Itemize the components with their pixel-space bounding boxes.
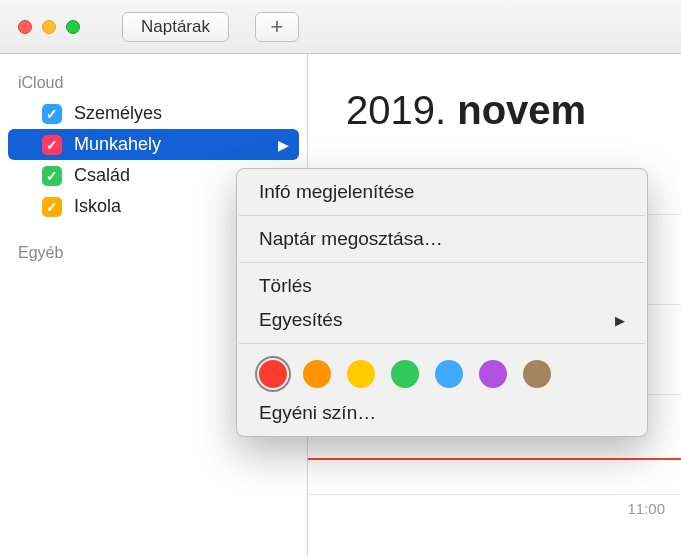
- checkbox-icon[interactable]: ✓: [42, 104, 62, 124]
- menu-item-delete[interactable]: Törlés: [237, 269, 647, 303]
- color-swatch-red[interactable]: [259, 360, 287, 388]
- calendar-label: Család: [74, 165, 130, 186]
- checkbox-icon[interactable]: ✓: [42, 166, 62, 186]
- separator: [239, 343, 645, 344]
- add-button[interactable]: +: [255, 12, 299, 42]
- zoom-window-icon[interactable]: [66, 20, 80, 34]
- chevron-right-icon: ▶: [278, 137, 289, 153]
- color-swatch-blue[interactable]: [435, 360, 463, 388]
- calendar-label: Munkahely: [74, 134, 161, 155]
- color-swatch-purple[interactable]: [479, 360, 507, 388]
- separator: [239, 215, 645, 216]
- calendar-label: Iskola: [74, 196, 121, 217]
- checkbox-icon[interactable]: ✓: [42, 135, 62, 155]
- date-month: novem: [457, 88, 586, 132]
- menu-item-label: Egyesítés: [259, 309, 342, 331]
- context-menu: Infó megjelenítése Naptár megosztása… Tö…: [236, 168, 648, 437]
- calendar-label: Személyes: [74, 103, 162, 124]
- color-swatch-brown[interactable]: [523, 360, 551, 388]
- sidebar-item-work[interactable]: ✓ Munkahely ▶: [8, 129, 299, 160]
- close-window-icon[interactable]: [18, 20, 32, 34]
- minimize-window-icon[interactable]: [42, 20, 56, 34]
- date-year: 2019.: [346, 88, 457, 132]
- color-swatch-green[interactable]: [391, 360, 419, 388]
- separator: [239, 262, 645, 263]
- color-swatch-orange[interactable]: [303, 360, 331, 388]
- plus-icon: +: [271, 14, 284, 40]
- sidebar-section-icloud: iCloud: [0, 66, 307, 98]
- titlebar: Naptárak +: [0, 0, 681, 54]
- calendars-button[interactable]: Naptárak: [122, 12, 229, 42]
- checkbox-icon[interactable]: ✓: [42, 197, 62, 217]
- chevron-right-icon: ▶: [615, 313, 625, 328]
- menu-item-show-info[interactable]: Infó megjelenítése: [237, 175, 647, 209]
- color-swatches: [237, 350, 647, 396]
- color-swatch-yellow[interactable]: [347, 360, 375, 388]
- menu-item-merge[interactable]: Egyesítés ▶: [237, 303, 647, 337]
- menu-item-custom-color[interactable]: Egyéni szín…: [237, 396, 647, 430]
- time-label: 11:00: [627, 500, 665, 517]
- current-time-indicator: [308, 458, 681, 460]
- sidebar-item-personal[interactable]: ✓ Személyes: [0, 98, 307, 129]
- window-controls: [18, 20, 80, 34]
- date-title: 2019. novem: [346, 88, 681, 133]
- menu-item-share-calendar[interactable]: Naptár megosztása…: [237, 222, 647, 256]
